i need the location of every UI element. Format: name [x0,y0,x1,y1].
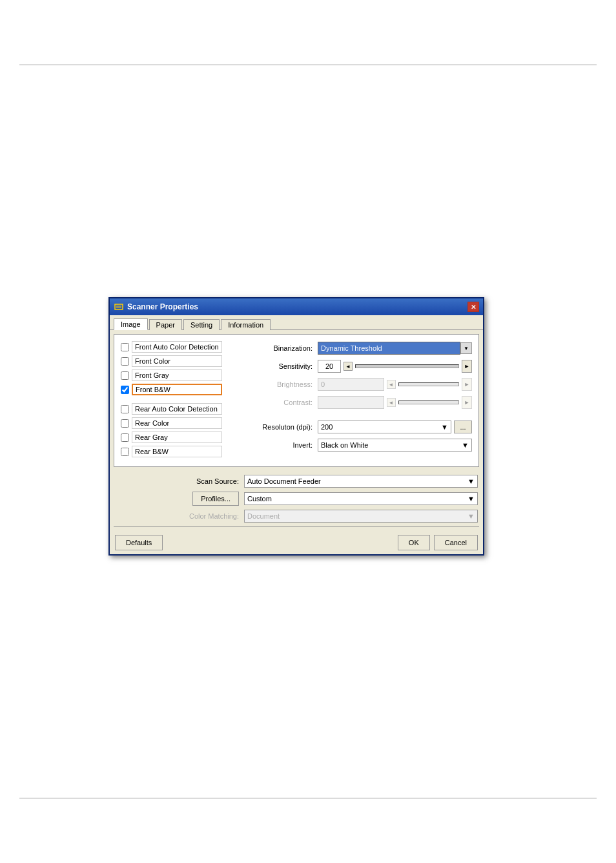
binarization-control: Dynamic Threshold ▼ [318,342,472,355]
front-auto-color-item: Front Auto Color Detection [121,341,240,353]
color-matching-label: Color Matching: [115,512,244,520]
bottom-section: Scan Source: Auto Document Feeder ▼ Prof… [110,471,483,523]
cancel-button[interactable]: Cancel [434,535,478,550]
front-bw-checkbox[interactable] [121,386,129,394]
contrast-control: ◄ ► [318,396,472,409]
rear-auto-color-label[interactable]: Rear Auto Color Detection [132,403,222,415]
tab-image[interactable]: Image [114,318,148,330]
footer-right: OK Cancel [398,535,478,550]
tab-information[interactable]: Information [221,319,271,330]
front-gray-checkbox[interactable] [121,371,129,380]
tab-bar: Image Paper Setting Information [110,315,483,330]
rear-bw-item: Rear B&W [121,446,240,457]
scan-source-row: Scan Source: Auto Document Feeder ▼ [115,475,478,488]
front-auto-color-label[interactable]: Front Auto Color Detection [132,341,222,353]
color-matching-dropdown: Document ▼ [244,510,478,523]
sensitivity-value-box[interactable]: 20 [318,360,341,373]
right-panel: Binarization: Dynamic Threshold ▼ [247,341,472,460]
scan-source-label: Scan Source: [115,477,244,485]
footer-divider [114,526,479,527]
contrast-decrease-btn: ◄ [387,398,396,407]
brightness-slider [398,382,460,386]
profiles-row: Profiles... Custom ▼ [115,492,478,506]
brightness-value: 0 [318,378,384,391]
defaults-button[interactable]: Defaults [115,535,163,550]
rear-gray-label[interactable]: Rear Gray [132,432,222,443]
rear-auto-color-checkbox[interactable] [121,405,129,413]
contrast-label: Contrast: [247,399,318,406]
sensitivity-control: 20 ◄ ► [318,360,472,373]
svg-rect-1 [116,306,121,308]
resolution-control: 200 ▼ ... [318,421,472,433]
sensitivity-decrease-btn[interactable]: ◄ [344,362,353,371]
scanner-icon [114,302,124,312]
title-bar: Scanner Properties ✕ [110,298,483,315]
rear-bw-checkbox[interactable] [121,448,129,456]
resolution-dots-btn[interactable]: ... [454,421,472,433]
scanner-properties-dialog: Scanner Properties ✕ Image Paper Setting… [108,297,484,556]
invert-row: Invert: Black on White ▼ [247,438,472,452]
rear-auto-color-item: Rear Auto Color Detection [121,403,240,415]
close-button[interactable]: ✕ [467,302,479,312]
front-bw-label[interactable]: Front B&W [132,384,222,395]
profiles-label-cell: Profiles... [115,492,244,506]
dialog-content: Front Auto Color Detection Front Color F… [114,334,479,467]
section-gap [121,398,240,403]
invert-label: Invert: [247,441,318,449]
sensitivity-label: Sensitivity: [247,362,318,370]
rear-color-checkbox[interactable] [121,419,129,428]
rear-color-label[interactable]: Rear Color [132,417,222,429]
front-auto-color-checkbox[interactable] [121,343,129,351]
contrast-slider [398,400,460,404]
front-gray-item: Front Gray [121,369,240,381]
invert-dropdown[interactable]: Black on White ▼ [318,439,472,452]
front-color-item: Front Color [121,355,240,367]
profiles-button[interactable]: Profiles... [192,492,239,506]
binarization-dropdown-wrapper: Dynamic Threshold ▼ [318,342,472,355]
profiles-dropdown[interactable]: Custom ▼ [244,492,478,505]
rear-color-item: Rear Color [121,417,240,429]
sensitivity-increase-btn[interactable]: ► [462,360,472,373]
ok-button[interactable]: OK [398,535,430,550]
left-panel: Front Auto Color Detection Front Color F… [121,341,240,460]
scan-source-dropdown[interactable]: Auto Document Feeder ▼ [244,475,478,488]
rear-gray-checkbox[interactable] [121,433,129,442]
rear-bw-label[interactable]: Rear B&W [132,446,222,457]
brightness-row: Brightness: 0 ◄ ► [247,377,472,391]
front-color-checkbox[interactable] [121,357,129,366]
front-color-label[interactable]: Front Color [132,355,222,367]
bottom-rule [19,798,597,798]
tab-paper[interactable]: Paper [149,319,182,330]
panels-row: Front Auto Color Detection Front Color F… [121,341,472,460]
dialog-footer: Defaults OK Cancel [110,531,483,554]
resolution-row: Resoluton (dpi): 200 ▼ ... [247,420,472,434]
sensitivity-row: Sensitivity: 20 ◄ ► [247,359,472,373]
color-matching-control: Document ▼ [244,510,478,523]
color-matching-row: Color Matching: Document ▼ [115,510,478,523]
brightness-label: Brightness: [247,380,318,388]
title-bar-left: Scanner Properties [114,302,198,312]
binarization-dropdown[interactable]: Dynamic Threshold [318,342,460,355]
binarization-dropdown-arrow[interactable]: ▼ [460,342,472,354]
contrast-row: Contrast: ◄ ► [247,395,472,410]
brightness-control: 0 ◄ ► [318,378,472,391]
top-rule [19,65,597,65]
front-gray-label[interactable]: Front Gray [132,369,222,381]
brightness-increase-btn: ► [462,378,472,391]
brightness-decrease-btn: ◄ [387,380,396,389]
contrast-increase-btn: ► [462,396,472,409]
dialog-title: Scanner Properties [127,302,198,311]
spacer [247,413,472,420]
invert-control: Black on White ▼ [318,439,472,452]
binarization-row: Binarization: Dynamic Threshold ▼ [247,341,472,355]
resolution-dropdown[interactable]: 200 ▼ [318,421,451,433]
binarization-label: Binarization: [247,344,318,352]
tab-setting[interactable]: Setting [183,319,220,330]
page-background: Scanner Properties ✕ Image Paper Setting… [0,0,616,863]
contrast-value [318,396,384,409]
profiles-control: Custom ▼ [244,492,478,505]
sensitivity-slider[interactable] [355,364,459,368]
resolution-label: Resoluton (dpi): [247,423,318,431]
scan-source-control: Auto Document Feeder ▼ [244,475,478,488]
front-bw-item: Front B&W [121,384,240,395]
